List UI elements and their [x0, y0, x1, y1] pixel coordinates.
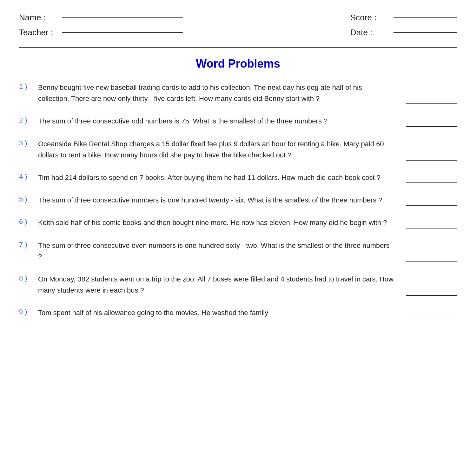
page-title: Word Problems: [19, 57, 457, 70]
teacher-label: Teacher :: [19, 28, 57, 37]
problem-item: 6 )Keith sold half of his comic books an…: [19, 217, 457, 228]
answer-line[interactable]: [406, 160, 457, 161]
problem-number: 3 ): [19, 138, 38, 161]
problem-item: 8 )On Monday, 382 students went on a tri…: [19, 274, 457, 296]
problem-item: 7 )The sum of three consecutive even num…: [19, 240, 457, 262]
date-line[interactable]: [393, 32, 457, 33]
problem-item: 4 )Tim had 214 dollars to spend on 7 boo…: [19, 172, 457, 183]
problem-number: 8 ): [19, 274, 38, 296]
answer-line[interactable]: [406, 318, 457, 318]
score-line[interactable]: [393, 17, 457, 18]
answer-line[interactable]: [406, 205, 457, 206]
problem-number: 9 ): [19, 307, 38, 318]
answer-line[interactable]: [406, 228, 457, 228]
problem-number: 2 ): [19, 116, 38, 127]
name-label: Name :: [19, 13, 57, 23]
problem-number: 1 ): [19, 82, 38, 104]
problem-text: On Monday, 382 students went on a trip t…: [38, 274, 457, 296]
answer-line[interactable]: [406, 182, 457, 183]
teacher-line[interactable]: [62, 32, 183, 33]
problem-text: Keith sold half of his comic books and t…: [38, 217, 457, 228]
problem-text: The sum of three consecutive numbers is …: [38, 195, 457, 206]
date-row: Date :: [350, 28, 457, 37]
problem-item: 1 )Benny bought five new baseball tradin…: [19, 82, 457, 104]
problem-number: 7 ): [19, 240, 38, 262]
name-row: Name :: [19, 13, 183, 23]
score-row: Score :: [350, 13, 457, 23]
header-section: Name : Teacher : Score : Date :: [19, 13, 457, 41]
problem-number: 5 ): [19, 195, 38, 206]
problem-item: 3 )Oceanside Bike Rental Shop charges a …: [19, 138, 457, 161]
problem-number: 6 ): [19, 217, 38, 228]
answer-line[interactable]: [406, 103, 457, 104]
problem-text: The sum of three consecutive odd numbers…: [38, 116, 457, 127]
answer-line[interactable]: [406, 295, 457, 296]
score-label: Score :: [350, 13, 388, 23]
header-divider: [19, 47, 457, 48]
header-right: Score : Date :: [350, 13, 457, 37]
header-left: Name : Teacher :: [19, 13, 183, 37]
problem-text: Tim had 214 dollars to spend on 7 books.…: [38, 172, 457, 183]
problem-item: 2 )The sum of three consecutive odd numb…: [19, 116, 457, 127]
problem-text: The sum of three consecutive even number…: [38, 240, 457, 262]
problem-number: 4 ): [19, 172, 38, 183]
answer-line[interactable]: [406, 126, 457, 127]
problem-item: 5 )The sum of three consecutive numbers …: [19, 195, 457, 206]
problem-text: Benny bought five new baseball trading c…: [38, 82, 457, 104]
answer-line[interactable]: [406, 261, 457, 262]
name-line[interactable]: [62, 17, 183, 18]
problem-list: 1 )Benny bought five new baseball tradin…: [19, 82, 457, 318]
problem-text: Tom spent half of his allowance going to…: [38, 307, 457, 318]
date-label: Date :: [350, 28, 388, 37]
problem-item: 9 )Tom spent half of his allowance going…: [19, 307, 457, 318]
problem-text: Oceanside Bike Rental Shop charges a 15 …: [38, 138, 457, 161]
teacher-row: Teacher :: [19, 28, 183, 37]
